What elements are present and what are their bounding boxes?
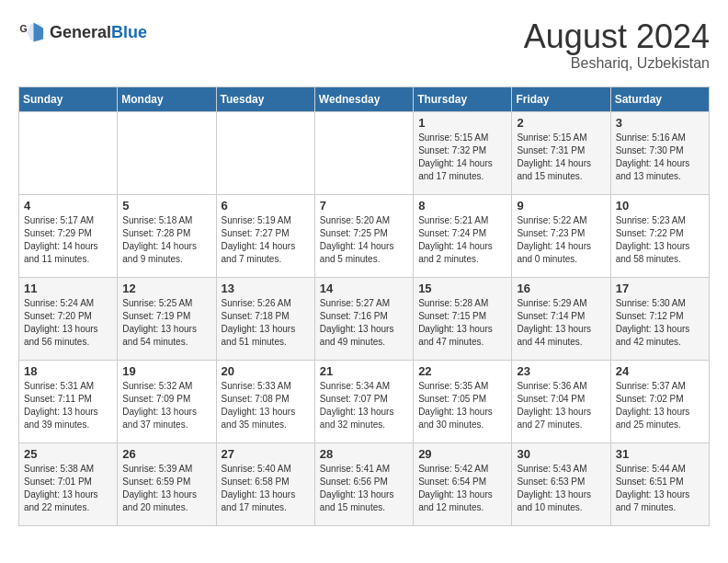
calendar-cell: 2Sunrise: 5:15 AM Sunset: 7:31 PM Daylig… <box>512 111 610 194</box>
day-number: 11 <box>24 282 112 295</box>
col-thursday: Thursday <box>414 86 512 111</box>
calendar-cell: 25Sunrise: 5:38 AM Sunset: 7:01 PM Dayli… <box>19 442 118 525</box>
calendar-header-row: Sunday Monday Tuesday Wednesday Thursday… <box>19 86 710 111</box>
calendar-week-row: 11Sunrise: 5:24 AM Sunset: 7:20 PM Dayli… <box>19 277 710 360</box>
calendar-cell: 3Sunrise: 5:16 AM Sunset: 7:30 PM Daylig… <box>610 111 709 194</box>
day-number: 19 <box>122 364 210 378</box>
day-info: Sunrise: 5:26 AM Sunset: 7:18 PM Dayligh… <box>222 297 310 349</box>
col-saturday: Saturday <box>610 86 709 111</box>
day-info: Sunrise: 5:43 AM Sunset: 6:53 PM Dayligh… <box>517 463 605 514</box>
day-info: Sunrise: 5:41 AM Sunset: 6:56 PM Dayligh… <box>320 463 408 514</box>
calendar-cell: 27Sunrise: 5:40 AM Sunset: 6:58 PM Dayli… <box>216 442 314 525</box>
title-block: August 2024 Beshariq, Uzbekistan <box>524 18 710 72</box>
day-info: Sunrise: 5:37 AM Sunset: 7:02 PM Dayligh… <box>616 380 704 431</box>
day-number: 17 <box>616 282 704 295</box>
calendar-cell: 22Sunrise: 5:35 AM Sunset: 7:05 PM Dayli… <box>414 360 512 442</box>
location-title: Beshariq, Uzbekistan <box>524 55 710 72</box>
day-number: 5 <box>122 199 210 213</box>
calendar-cell: 21Sunrise: 5:34 AM Sunset: 7:07 PM Dayli… <box>314 360 413 442</box>
day-info: Sunrise: 5:24 AM Sunset: 7:20 PM Dayligh… <box>24 297 112 349</box>
calendar-cell: 9Sunrise: 5:22 AM Sunset: 7:23 PM Daylig… <box>512 194 610 277</box>
day-info: Sunrise: 5:32 AM Sunset: 7:09 PM Dayligh… <box>122 380 210 431</box>
day-number: 21 <box>320 364 408 378</box>
day-number: 13 <box>222 282 310 295</box>
calendar-cell: 14Sunrise: 5:27 AM Sunset: 7:16 PM Dayli… <box>314 277 413 360</box>
logo-icon: G <box>18 18 46 46</box>
calendar-cell: 18Sunrise: 5:31 AM Sunset: 7:11 PM Dayli… <box>19 360 118 442</box>
calendar-cell: 7Sunrise: 5:20 AM Sunset: 7:25 PM Daylig… <box>314 194 413 277</box>
day-info: Sunrise: 5:15 AM Sunset: 7:32 PM Dayligh… <box>418 132 506 183</box>
day-info: Sunrise: 5:18 AM Sunset: 7:28 PM Dayligh… <box>122 214 210 266</box>
calendar-cell: 20Sunrise: 5:33 AM Sunset: 7:08 PM Dayli… <box>216 360 314 442</box>
day-number: 9 <box>517 199 605 213</box>
day-info: Sunrise: 5:23 AM Sunset: 7:22 PM Dayligh… <box>616 214 704 266</box>
day-number: 18 <box>24 364 112 378</box>
day-info: Sunrise: 5:36 AM Sunset: 7:04 PM Dayligh… <box>517 380 605 431</box>
calendar-cell: 30Sunrise: 5:43 AM Sunset: 6:53 PM Dayli… <box>512 442 610 525</box>
day-number: 29 <box>418 447 506 461</box>
day-number: 24 <box>616 364 704 378</box>
day-info: Sunrise: 5:27 AM Sunset: 7:16 PM Dayligh… <box>320 297 408 349</box>
calendar-cell <box>118 111 216 194</box>
calendar-cell: 24Sunrise: 5:37 AM Sunset: 7:02 PM Dayli… <box>610 360 709 442</box>
day-info: Sunrise: 5:38 AM Sunset: 7:01 PM Dayligh… <box>24 463 112 514</box>
day-number: 27 <box>222 447 310 461</box>
day-info: Sunrise: 5:20 AM Sunset: 7:25 PM Dayligh… <box>320 214 408 266</box>
day-info: Sunrise: 5:19 AM Sunset: 7:27 PM Dayligh… <box>222 214 310 266</box>
calendar-cell: 29Sunrise: 5:42 AM Sunset: 6:54 PM Dayli… <box>414 442 512 525</box>
calendar-cell: 10Sunrise: 5:23 AM Sunset: 7:22 PM Dayli… <box>610 194 709 277</box>
day-number: 30 <box>517 447 605 461</box>
day-number: 6 <box>222 199 310 213</box>
calendar-cell: 8Sunrise: 5:21 AM Sunset: 7:24 PM Daylig… <box>414 194 512 277</box>
calendar-table: Sunday Monday Tuesday Wednesday Thursday… <box>18 86 710 526</box>
day-number: 4 <box>24 199 112 213</box>
calendar-cell <box>19 111 118 194</box>
day-number: 25 <box>24 447 112 461</box>
day-number: 7 <box>320 199 408 213</box>
day-number: 26 <box>122 447 210 461</box>
day-info: Sunrise: 5:29 AM Sunset: 7:14 PM Dayligh… <box>517 297 605 349</box>
day-info: Sunrise: 5:35 AM Sunset: 7:05 PM Dayligh… <box>418 380 506 431</box>
day-info: Sunrise: 5:34 AM Sunset: 7:07 PM Dayligh… <box>320 380 408 431</box>
day-number: 28 <box>320 447 408 461</box>
calendar-cell: 23Sunrise: 5:36 AM Sunset: 7:04 PM Dayli… <box>512 360 610 442</box>
day-number: 22 <box>418 364 506 378</box>
calendar-week-row: 18Sunrise: 5:31 AM Sunset: 7:11 PM Dayli… <box>19 360 710 442</box>
calendar-week-row: 25Sunrise: 5:38 AM Sunset: 7:01 PM Dayli… <box>19 442 710 525</box>
page-header: G GeneralBlue August 2024 Beshariq, Uzbe… <box>18 18 710 72</box>
day-info: Sunrise: 5:44 AM Sunset: 6:51 PM Dayligh… <box>616 463 704 514</box>
col-monday: Monday <box>118 86 216 111</box>
day-number: 1 <box>418 116 506 130</box>
day-info: Sunrise: 5:16 AM Sunset: 7:30 PM Dayligh… <box>616 132 704 183</box>
calendar-cell <box>216 111 314 194</box>
col-friday: Friday <box>512 86 610 111</box>
day-number: 8 <box>418 199 506 213</box>
calendar-cell: 4Sunrise: 5:17 AM Sunset: 7:29 PM Daylig… <box>19 194 118 277</box>
logo: G GeneralBlue <box>18 18 147 46</box>
logo-general: General <box>50 23 111 41</box>
day-number: 10 <box>616 199 704 213</box>
col-tuesday: Tuesday <box>216 86 314 111</box>
col-wednesday: Wednesday <box>314 86 413 111</box>
day-info: Sunrise: 5:17 AM Sunset: 7:29 PM Dayligh… <box>24 214 112 266</box>
col-sunday: Sunday <box>19 86 118 111</box>
calendar-cell: 26Sunrise: 5:39 AM Sunset: 6:59 PM Dayli… <box>118 442 216 525</box>
month-title: August 2024 <box>524 18 710 55</box>
calendar-cell: 15Sunrise: 5:28 AM Sunset: 7:15 PM Dayli… <box>414 277 512 360</box>
logo-blue: Blue <box>111 23 147 41</box>
calendar-cell: 6Sunrise: 5:19 AM Sunset: 7:27 PM Daylig… <box>216 194 314 277</box>
day-info: Sunrise: 5:22 AM Sunset: 7:23 PM Dayligh… <box>517 214 605 266</box>
calendar-week-row: 4Sunrise: 5:17 AM Sunset: 7:29 PM Daylig… <box>19 194 710 277</box>
day-number: 23 <box>517 364 605 378</box>
calendar-week-row: 1Sunrise: 5:15 AM Sunset: 7:32 PM Daylig… <box>19 111 710 194</box>
day-info: Sunrise: 5:25 AM Sunset: 7:19 PM Dayligh… <box>122 297 210 349</box>
day-number: 15 <box>418 282 506 295</box>
day-info: Sunrise: 5:21 AM Sunset: 7:24 PM Dayligh… <box>418 214 506 266</box>
svg-text:G: G <box>20 23 28 34</box>
day-number: 2 <box>517 116 605 130</box>
calendar-cell: 17Sunrise: 5:30 AM Sunset: 7:12 PM Dayli… <box>610 277 709 360</box>
day-number: 12 <box>122 282 210 295</box>
day-number: 31 <box>616 447 704 461</box>
calendar-cell: 31Sunrise: 5:44 AM Sunset: 6:51 PM Dayli… <box>610 442 709 525</box>
day-number: 14 <box>320 282 408 295</box>
